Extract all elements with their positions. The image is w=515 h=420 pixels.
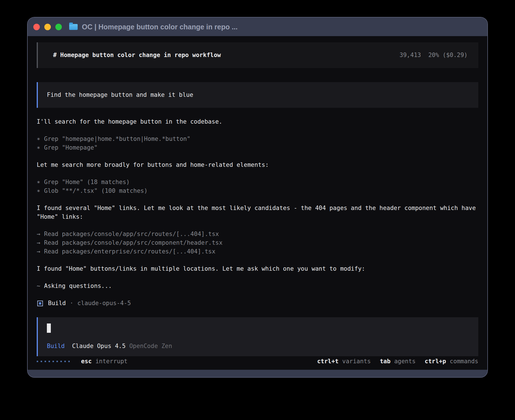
- tool-call-group: ∗Grep "Home" (18 matches)∗Glob "**/*.tsx…: [37, 178, 478, 195]
- provider-label: OpenCode Zen: [129, 342, 172, 351]
- tool-call: ∗Grep "Homepage": [37, 143, 478, 152]
- shortcut-hint: ctrl+pcommands: [425, 357, 478, 366]
- window-bottom-edge: [28, 370, 487, 377]
- folder-icon: [69, 24, 78, 30]
- tool-call-group: ∗Grep "homepage|home.*button|Home.*butto…: [37, 135, 478, 152]
- tool-call-text: Grep "Home" (18 matches): [44, 178, 130, 187]
- keyboard-shortcuts: ctrl+tvariantstabagentsctrl+pcommands: [317, 357, 478, 366]
- agent-status-line: Build · claude-opus-4-5: [37, 299, 478, 308]
- status-bar: esc interrupt ctrl+tvariantstabagentsctr…: [37, 357, 478, 366]
- tilde-icon: ~: [37, 282, 44, 290]
- tool-call: →Read packages/console/app/src/routes/[.…: [37, 230, 478, 239]
- build-agent-icon-inner: [39, 302, 41, 305]
- token-count: 39,413: [400, 51, 421, 60]
- agent-separator: ·: [70, 299, 73, 308]
- tool-status: ~Asking questions...: [37, 282, 478, 290]
- spinner-dot: [41, 361, 42, 362]
- assistant-text: I found several "Home" links. Let me loo…: [37, 204, 477, 221]
- assistant-text: I'll search for the homepage button in t…: [37, 117, 477, 126]
- agent-mode-label[interactable]: Build: [47, 342, 65, 351]
- interrupt-key: esc: [81, 357, 92, 366]
- shortcut-key: ctrl+p: [425, 357, 446, 366]
- tool-call-text: Glob "**/*.tsx" (100 matches): [44, 187, 148, 195]
- spinner-dot: [49, 361, 50, 362]
- close-button[interactable]: [33, 24, 40, 30]
- user-message: Find the homepage button and make it blu…: [37, 82, 478, 108]
- shortcut-label: variants: [342, 357, 371, 366]
- traffic-lights: [33, 24, 62, 30]
- tool-call: ∗Grep "Home" (18 matches): [37, 178, 478, 187]
- asterisk-icon: ∗: [37, 135, 44, 143]
- tool-call-text: Grep "homepage|home.*button|Home.*button…: [44, 135, 190, 143]
- spinner-dot: [45, 361, 46, 362]
- tool-call: →Read packages/console/app/src/component…: [37, 239, 478, 247]
- tool-call-text: Read packages/console/app/src/routes/[..…: [44, 230, 219, 239]
- tool-call-text: Read packages/enterprise/src/routes/[...…: [44, 247, 215, 256]
- spinner-dot: [53, 361, 54, 362]
- spinner-dot: [68, 361, 70, 362]
- asterisk-icon: ∗: [37, 178, 44, 187]
- spinner-dot: [64, 361, 66, 362]
- asterisk-icon: ∗: [37, 187, 44, 195]
- tool-call: →Read packages/enterprise/src/routes/[..…: [37, 247, 478, 256]
- spinner-dot: [37, 361, 38, 362]
- shortcut-hint: ctrl+tvariants: [317, 357, 371, 366]
- model-label[interactable]: Claude Opus 4.5: [72, 342, 126, 351]
- spinner-dots: [37, 361, 70, 362]
- session-meta: 39,413 20% ($0.29): [400, 51, 468, 60]
- tool-call: ∗Grep "homepage|home.*button|Home.*butto…: [37, 135, 478, 143]
- assistant-transcript: I'll search for the homepage button in t…: [37, 117, 478, 299]
- window-title: OC | Homepage button color change in rep…: [82, 23, 237, 31]
- terminal-content: # Homepage button color change in repo w…: [28, 36, 487, 370]
- shortcut-key: ctrl+t: [317, 357, 339, 366]
- input-meta: Build Claude Opus 4.5 OpenCode Zen: [47, 342, 469, 351]
- shortcut-label: agents: [394, 357, 416, 366]
- build-agent-icon: [37, 301, 43, 306]
- user-message-text: Find the homepage button and make it blu…: [47, 91, 193, 98]
- titlebar[interactable]: OC | Homepage button color change in rep…: [28, 18, 487, 36]
- desktop: OC | Homepage button color change in rep…: [0, 0, 515, 420]
- agent-model: claude-opus-4-5: [77, 299, 131, 308]
- session-title: # Homepage button color change in repo w…: [53, 51, 221, 60]
- shortcut-hint: tabagents: [380, 357, 416, 366]
- interrupt-hint: esc interrupt: [81, 357, 128, 366]
- tool-call-text: Grep "Homepage": [44, 143, 98, 152]
- context-usage: 20% ($0.29): [428, 51, 468, 60]
- minimize-button[interactable]: [44, 24, 51, 30]
- assistant-text: I found "Home" buttons/links in multiple…: [37, 264, 477, 273]
- arrow-right-icon: →: [37, 239, 44, 247]
- assistant-text: Let me search more broadly for buttons a…: [37, 161, 477, 169]
- prompt-input[interactable]: Build Claude Opus 4.5 OpenCode Zen: [37, 317, 478, 356]
- spinner-dot: [56, 361, 58, 362]
- tool-call-text: Read packages/console/app/src/component/…: [44, 239, 222, 247]
- asterisk-icon: ∗: [37, 143, 44, 152]
- agent-name: Build: [48, 299, 66, 308]
- shortcut-key: tab: [380, 357, 390, 366]
- maximize-button[interactable]: [55, 24, 62, 30]
- session-header: # Homepage button color change in repo w…: [37, 42, 478, 68]
- shortcut-label: commands: [450, 357, 478, 366]
- arrow-right-icon: →: [37, 230, 44, 239]
- spinner-dot: [60, 361, 62, 362]
- tool-call: ∗Glob "**/*.tsx" (100 matches): [37, 187, 478, 195]
- terminal-window: OC | Homepage button color change in rep…: [27, 17, 488, 378]
- interrupt-label: interrupt: [95, 357, 128, 366]
- arrow-right-icon: →: [37, 247, 44, 256]
- tool-status-text: Asking questions...: [44, 282, 112, 290]
- tool-call-group: →Read packages/console/app/src/routes/[.…: [37, 230, 478, 256]
- text-cursor: [47, 323, 51, 333]
